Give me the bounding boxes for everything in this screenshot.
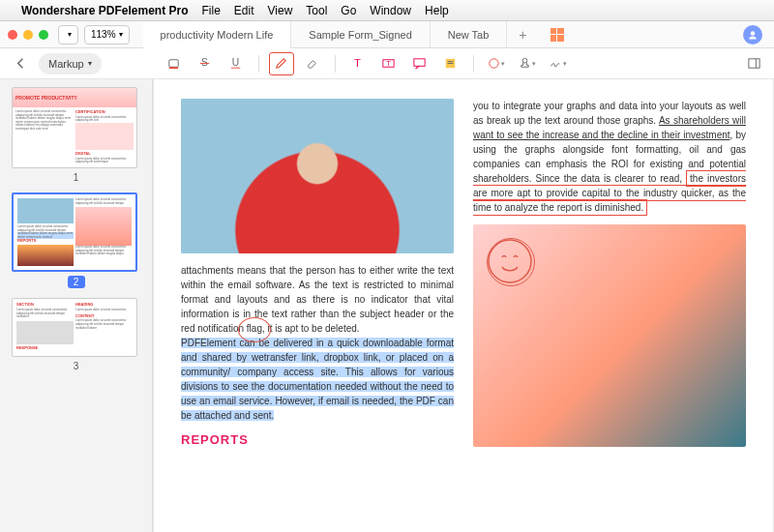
- eraser-tool[interactable]: [300, 52, 325, 75]
- svg-text:S: S: [201, 57, 208, 68]
- shape-tool[interactable]: ▾: [484, 52, 509, 75]
- panel-toggle-button[interactable]: ▾: [58, 25, 78, 44]
- window-titlebar: ▾ 113%▾ productivity Modern Life Sample …: [0, 21, 774, 48]
- grid-view-icon[interactable]: [551, 28, 564, 42]
- menu-tool[interactable]: Tool: [306, 4, 327, 17]
- app-name[interactable]: Wondershare PDFelement Pro: [21, 4, 189, 17]
- svg-rect-3: [169, 60, 178, 68]
- callout-tool[interactable]: [407, 52, 432, 75]
- properties-panel-icon[interactable]: [741, 52, 766, 75]
- thumbnail-sidebar[interactable]: PROMOTE PRODUCTIVITY Lorem ipsum dolor s…: [0, 79, 153, 532]
- menu-view[interactable]: View: [268, 4, 293, 17]
- tab-sample-form[interactable]: Sample Form_Signed: [291, 21, 430, 48]
- note-tool[interactable]: [438, 52, 463, 75]
- page-thumbnail-3[interactable]: SECTIONLorem ipsum dolor sit amet consec…: [12, 298, 137, 356]
- text-tool[interactable]: T: [345, 52, 371, 75]
- menu-help[interactable]: Help: [425, 4, 449, 17]
- pencil-tool[interactable]: [269, 52, 294, 75]
- svg-point-20: [489, 240, 531, 282]
- tab-new[interactable]: New Tab: [431, 21, 508, 48]
- page-number-2: 2: [68, 276, 85, 288]
- macos-menubar: Wondershare PDFelement Pro File Edit Vie…: [0, 0, 774, 21]
- page-thumbnail-2[interactable]: Lorem ipsum dolor sit amet consectetur a…: [12, 192, 137, 272]
- maximize-window-icon[interactable]: [39, 30, 48, 40]
- document-tabs: productivity Modern Life Sample Form_Sig…: [143, 21, 743, 48]
- signature-tool[interactable]: ▾: [546, 52, 571, 75]
- zoom-dropdown[interactable]: 113%▾: [84, 25, 130, 44]
- photo-lightbulb-hand: [473, 224, 746, 447]
- close-window-icon[interactable]: [8, 30, 17, 40]
- document-viewport[interactable]: attachments means that the person has to…: [153, 79, 774, 532]
- separator: [335, 55, 336, 73]
- highlighted-text: PDFElement can be delivered in a quick d…: [181, 338, 454, 421]
- svg-text:T: T: [354, 57, 361, 69]
- back-button[interactable]: [8, 52, 33, 75]
- svg-point-2: [751, 31, 756, 36]
- textbox-tool[interactable]: T: [376, 52, 402, 75]
- svg-point-17: [522, 58, 527, 63]
- underline-tool[interactable]: U: [223, 52, 249, 75]
- svg-text:T: T: [386, 59, 391, 68]
- page-number-3: 3: [12, 361, 140, 371]
- menu-file[interactable]: File: [202, 4, 221, 17]
- traffic-lights: [8, 30, 48, 40]
- photo-man-laughing: [181, 99, 454, 253]
- highlight-tool[interactable]: [162, 52, 187, 75]
- add-tab-button[interactable]: +: [507, 27, 538, 43]
- strikethrough-tool[interactable]: S: [193, 52, 218, 75]
- annotation-toolbar: Markup▾ S U T T ▾ ▾ ▾: [0, 48, 774, 79]
- page-number-1: 1: [12, 172, 140, 183]
- menu-go[interactable]: Go: [341, 4, 356, 17]
- minimize-window-icon[interactable]: [23, 30, 33, 40]
- tab-productivity[interactable]: productivity Modern Life: [143, 21, 292, 48]
- zoom-value: 113%: [91, 29, 116, 40]
- smiley-annotation-icon: [487, 238, 533, 284]
- left-column: attachments means that the person has to…: [181, 99, 454, 457]
- right-column: you to integrate your graphs and data in…: [473, 99, 746, 457]
- main-area: PROMOTE PRODUCTIVITY Lorem ipsum dolor s…: [0, 79, 774, 532]
- circled-word: flag,: [247, 323, 265, 334]
- section-heading-reports: REPORTS: [181, 430, 454, 450]
- stamp-tool[interactable]: ▾: [515, 52, 540, 75]
- document-page: attachments means that the person has to…: [154, 79, 773, 532]
- user-avatar[interactable]: [743, 25, 762, 44]
- mode-dropdown[interactable]: Markup▾: [39, 53, 102, 74]
- svg-point-16: [490, 59, 498, 68]
- menu-edit[interactable]: Edit: [234, 4, 254, 17]
- page-thumbnail-1[interactable]: PROMOTE PRODUCTIVITY Lorem ipsum dolor s…: [12, 87, 137, 168]
- svg-rect-12: [414, 59, 425, 67]
- svg-rect-18: [748, 59, 759, 68]
- menu-window[interactable]: Window: [370, 4, 411, 17]
- svg-text:U: U: [232, 57, 239, 68]
- separator: [258, 55, 259, 73]
- separator: [473, 55, 474, 73]
